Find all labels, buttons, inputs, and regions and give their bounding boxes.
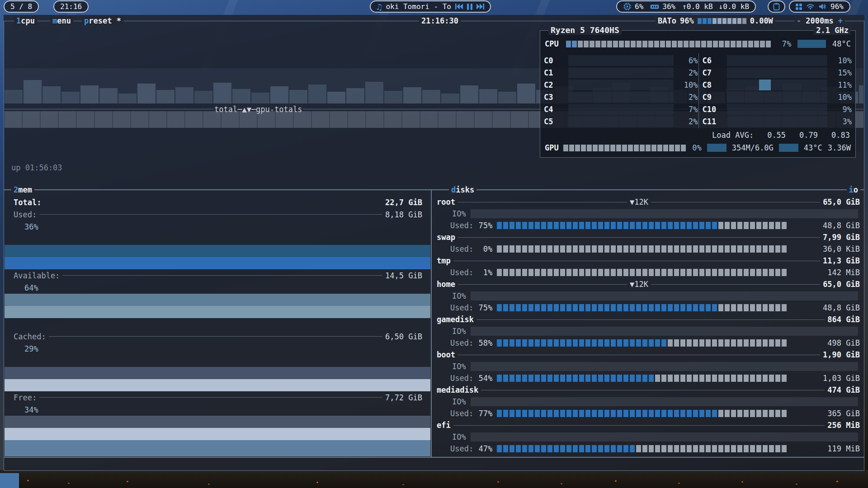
used-bar-block [718, 339, 723, 347]
used-bar-block [623, 410, 628, 417]
used-bar-block [541, 222, 546, 229]
workspace-indicator[interactable]: 5 / 8 [4, 0, 39, 13]
core-column-left: C06%C12%C210%C32%C47%C52% [544, 54, 698, 127]
used-bar-block [541, 304, 546, 311]
meter-block [572, 41, 577, 47]
disk-used-value: 119 MiB [809, 444, 860, 453]
next-track-icon[interactable] [476, 4, 484, 9]
used-bar-block [573, 269, 578, 276]
disk-header-row: swap7,99 GiB [432, 231, 863, 243]
used-bar-block [706, 222, 711, 229]
tab-io[interactable]: io [847, 185, 861, 194]
mem-percent-value: 64% [24, 283, 38, 292]
system-tray-pill[interactable]: 96% [789, 0, 850, 13]
workspace-label: 5 / 8 [10, 2, 32, 11]
used-bar-block [674, 410, 679, 417]
cpu-temp-graph-cell [797, 40, 826, 48]
wallpaper-embers [27, 480, 29, 481]
used-bar-block [573, 222, 578, 229]
used-bar-block [617, 410, 622, 417]
used-bar-block [516, 269, 521, 276]
mem-entry-label: Total: [14, 198, 41, 207]
used-bar-block [630, 445, 635, 452]
used-bar-block [554, 410, 559, 417]
menu-button[interactable]: menu [50, 16, 73, 25]
used-bar-block [775, 445, 780, 452]
preset-button[interactable]: preset * [82, 16, 123, 25]
disk-used-value: 498 GiB [809, 338, 860, 347]
core-label: C9 [703, 93, 723, 102]
used-bar-block [611, 304, 616, 311]
used-bar-block [725, 269, 730, 276]
used-bar-block [497, 445, 502, 452]
used-bar-block [693, 304, 698, 311]
previous-track-icon[interactable] [455, 4, 463, 9]
clock-pill[interactable]: 21:16 [53, 0, 89, 13]
used-bar-block [661, 410, 666, 417]
disk-size: 7,99 GiB [823, 233, 860, 242]
disk-used-row: Used:47%119 MiB [432, 443, 863, 455]
used-bar-block [750, 445, 755, 452]
pause-icon[interactable] [467, 4, 472, 10]
used-bar-block [687, 304, 692, 311]
used-bar-block [744, 245, 749, 253]
used-bar-block [623, 222, 628, 229]
used-bar-block [668, 269, 673, 276]
used-bar-block [687, 222, 692, 229]
used-bar-block [573, 445, 578, 452]
used-bar-block [611, 375, 616, 382]
cpu-graph-tile [156, 90, 175, 103]
used-bar-block [763, 245, 768, 253]
volume-icon[interactable] [819, 3, 826, 10]
used-bar-block [617, 245, 622, 253]
disk-size: 11,3 GiB [823, 256, 860, 265]
cpu-graph-tile [479, 89, 497, 103]
tab-mem[interactable]: 2mem [11, 185, 34, 194]
cpu-graph-tile [403, 87, 421, 103]
used-bar-block [642, 245, 647, 253]
used-bar-block [661, 304, 666, 311]
core-usage-graph [568, 116, 674, 127]
used-bar-block [680, 304, 685, 311]
disk-io-graph [471, 432, 858, 441]
system-stats-pill[interactable]: 6% 36% ↑0.0 kB ↓0.0 kB [616, 0, 756, 13]
used-bar-block [763, 222, 768, 229]
clipboard-pill[interactable] [768, 0, 785, 13]
used-bar-block [585, 245, 590, 253]
app-grid-icon[interactable] [796, 4, 802, 10]
core-usage-graph [727, 80, 828, 90]
interval-decrease-button[interactable]: - [797, 16, 801, 25]
used-bar-block [782, 410, 787, 417]
used-bar-block [655, 445, 660, 452]
disk-used-label: Used: [450, 303, 473, 312]
core-label: C6 [703, 56, 723, 65]
wifi-icon[interactable] [807, 4, 814, 9]
used-bar-block [598, 222, 603, 229]
cpu-graph-tile [441, 94, 459, 103]
disk-size: 1,90 GiB [823, 350, 860, 359]
meter-block [701, 41, 706, 47]
used-bar-block [674, 304, 679, 311]
used-bar-block [547, 304, 552, 311]
mem-entry-label: Used: [14, 210, 37, 219]
disk-used-percent: 54% [473, 374, 492, 383]
mem-gap-row [5, 233, 430, 245]
used-bar-block [547, 245, 552, 253]
disk-used-label: Used: [450, 374, 473, 383]
used-bar-block [516, 410, 521, 417]
used-bar-block [497, 222, 502, 229]
tab-disks[interactable]: disks [449, 185, 476, 194]
used-bar-block [611, 269, 616, 276]
cpu-graph-tile [80, 85, 99, 103]
cpu-usage-value: 6% [635, 2, 643, 11]
used-bar-block [674, 375, 679, 382]
core-usage-graph [568, 80, 674, 90]
meter-block [642, 41, 647, 47]
tab-cpu[interactable]: 1cpu [14, 16, 37, 25]
interval-increase-button[interactable]: + [838, 16, 843, 25]
used-bar-block [699, 269, 704, 276]
music-player-pill[interactable]: ♫ oki Tomori - To [370, 0, 491, 13]
disk-rows: root▼12K65,0 GiBIO%Used:75%48,8 GiBswap7… [432, 196, 863, 456]
disk-used-label: Used: [450, 221, 473, 230]
used-bar-block [649, 445, 654, 452]
